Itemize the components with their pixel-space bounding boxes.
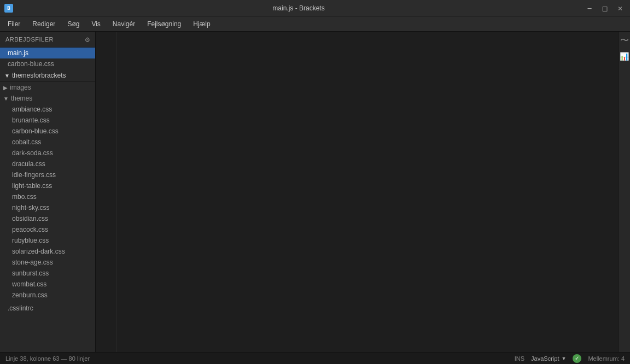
- titlebar-title: main.js - Brackets: [272, 4, 324, 12]
- file-cobalt[interactable]: cobalt.css: [4, 137, 95, 148]
- file-carbonblue[interactable]: carbon-blue.css: [4, 126, 95, 137]
- chevron-down-icon: ▼: [4, 73, 10, 79]
- menu-fejlsoegning[interactable]: Fejlsøgning: [142, 18, 186, 30]
- top-folder[interactable]: ▼ themesforbrackets: [0, 69, 95, 82]
- language-selector[interactable]: JavaScript ▼: [531, 355, 566, 362]
- file-nightsky[interactable]: night-sky.css: [4, 202, 95, 213]
- menu-rediger[interactable]: Rediger: [27, 18, 61, 30]
- chevron-down-icon: ▼: [3, 96, 9, 102]
- folder-images[interactable]: ▶ images: [0, 82, 95, 93]
- menu-vis[interactable]: Vis: [86, 18, 106, 30]
- file-peacock[interactable]: peacock.css: [4, 224, 95, 235]
- maximize-button[interactable]: □: [599, 3, 610, 14]
- status-mode: INS: [515, 355, 524, 362]
- titlebar-left: B: [4, 4, 13, 13]
- main-layout: Arbejdsfiler ⚙ main.js carbon-blue.css ▼…: [0, 32, 630, 352]
- folder-themes[interactable]: ▼ themes: [0, 93, 95, 104]
- sidebar: Arbejdsfiler ⚙ main.js carbon-blue.css ▼…: [0, 32, 96, 352]
- menu-naviger[interactable]: Navigér: [107, 18, 141, 30]
- statusbar-right: INS JavaScript ▼ ✓ Mellemrum: 4: [515, 354, 625, 363]
- minimize-button[interactable]: −: [584, 3, 595, 14]
- titlebar: B main.js - Brackets − □ ×: [0, 0, 630, 16]
- chevron-right-icon: ▶: [3, 85, 8, 91]
- menu-filer[interactable]: Filer: [2, 18, 26, 30]
- open-file-carbonbluecss[interactable]: carbon-blue.css: [0, 58, 95, 69]
- file-rubyblue[interactable]: rubyblue.css: [4, 235, 95, 246]
- file-darksoda[interactable]: dark-soda.css: [4, 148, 95, 158]
- file-solarizeddark[interactable]: solarized-dark.css: [4, 246, 95, 257]
- open-file-mainjs[interactable]: main.js: [0, 48, 95, 58]
- right-panel: 〜 📊: [618, 32, 630, 352]
- file-csslintrc[interactable]: .csslintrc: [0, 303, 95, 314]
- file-obsidian[interactable]: obsidian.css: [4, 213, 95, 224]
- sidebar-header: Arbejdsfiler ⚙: [0, 32, 95, 48]
- statusbar: Linje 38, kolonne 63 — 80 linjer INS Jav…: [0, 352, 630, 364]
- editor-area: 〜 📊: [96, 32, 630, 352]
- file-ambiance[interactable]: ambiance.css: [4, 104, 95, 115]
- status-ok-icon: ✓: [573, 354, 581, 363]
- menu-soeg[interactable]: Søg: [62, 18, 85, 30]
- menu-hjaelp[interactable]: Hjælp: [188, 18, 215, 30]
- brackets-icon: B: [4, 4, 13, 13]
- status-spaces[interactable]: Mellemrum: 4: [588, 355, 625, 362]
- file-brunante[interactable]: brunante.css: [4, 115, 95, 126]
- chart-icon[interactable]: 📊: [620, 52, 629, 61]
- file-idlefingers[interactable]: idle-fingers.css: [4, 169, 95, 180]
- code-editor[interactable]: [96, 32, 630, 352]
- file-lighttable[interactable]: light-table.css: [4, 180, 95, 191]
- close-button[interactable]: ×: [615, 3, 626, 14]
- folder-images-label: images: [10, 84, 31, 91]
- file-sunburst[interactable]: sunburst.css: [4, 268, 95, 279]
- folder-themes-label: themes: [11, 95, 32, 102]
- menubar: Filer Rediger Søg Vis Navigér Fejlsøgnin…: [0, 16, 630, 32]
- graph-icon[interactable]: 〜: [620, 35, 629, 46]
- file-stoneage[interactable]: stone-age.css: [4, 257, 95, 268]
- line-numbers: [96, 32, 116, 352]
- file-wombat[interactable]: wombat.css: [4, 279, 95, 290]
- gear-icon[interactable]: ⚙: [85, 35, 90, 44]
- titlebar-controls: − □ ×: [584, 3, 626, 14]
- status-position: Linje 38, kolonne 63 — 80 linjer: [5, 355, 90, 362]
- language-label: JavaScript: [531, 355, 559, 362]
- top-folder-label: themesforbrackets: [12, 72, 66, 79]
- statusbar-left: Linje 38, kolonne 63 — 80 linjer: [5, 355, 90, 362]
- file-list: main.js carbon-blue.css ▼ themesforbrack…: [0, 48, 95, 352]
- code-content[interactable]: [116, 32, 625, 352]
- chevron-down-icon: ▼: [561, 356, 566, 361]
- file-zenburn[interactable]: zenburn.css: [4, 290, 95, 301]
- file-mbo[interactable]: mbo.css: [4, 191, 95, 202]
- themes-children: ambiance.css brunante.css carbon-blue.cs…: [0, 104, 95, 301]
- sidebar-title: Arbejdsfiler: [5, 36, 54, 43]
- file-dracula[interactable]: dracula.css: [4, 158, 95, 169]
